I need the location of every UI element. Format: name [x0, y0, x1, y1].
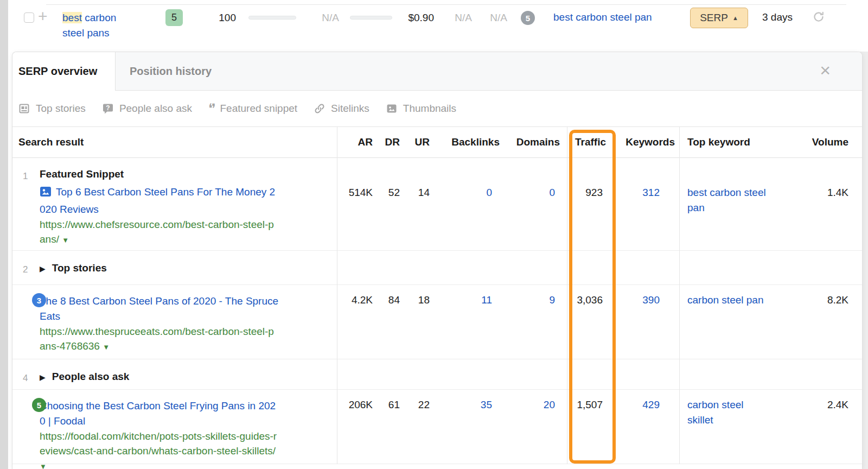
result-url[interactable]: https://www.chefsresource.com/best-carbo… — [40, 219, 274, 245]
col-domains: Domains — [500, 136, 561, 148]
keyword-row: + best carbon steel pans 5 100 N/A $0.90… — [8, 0, 868, 49]
thumbnails-icon — [386, 103, 398, 115]
backlinks-link[interactable]: 0 — [486, 187, 492, 198]
col-backlinks: Backlinks — [432, 136, 500, 148]
col-top-keyword: Top keyword — [679, 136, 802, 148]
domains-link[interactable]: 20 — [544, 399, 555, 410]
left-gutter — [0, 0, 8, 469]
serp-overview-panel: SERP overview Position history × Top sto… — [12, 52, 863, 469]
result-title: Choosing the Best Carbon Steel Frying Pa… — [40, 398, 279, 429]
result-url-line: https://www.chefsresource.com/best-carbo… — [40, 217, 279, 248]
keyword-checkbox[interactable] — [24, 12, 34, 23]
keywords-link[interactable]: 390 — [642, 294, 660, 306]
traffic-value: 923 — [561, 158, 607, 250]
volume-value: 1.4K — [802, 158, 848, 250]
col-ur: UR — [402, 136, 432, 148]
col-dr: DR — [375, 136, 402, 148]
traffic-value: 1,507 — [561, 390, 607, 469]
volume-bar — [248, 16, 296, 20]
result-position: 1 — [23, 169, 28, 183]
serp-features-legend: Top stories ? People also ask ❛❜ Feature… — [12, 91, 862, 127]
serp-button[interactable]: SERP▲ — [690, 8, 748, 28]
volume-value: 100 — [198, 12, 236, 24]
feature-top-stories[interactable]: Top stories — [18, 103, 86, 115]
table-row-group[interactable]: 2 ▶Top stories — [12, 251, 862, 285]
top-keyword-link[interactable]: best carbon steel pan — [553, 11, 652, 23]
keywords-link[interactable]: 312 — [642, 187, 660, 198]
result-url[interactable]: https://www.thespruceeats.com/best-carbo… — [40, 326, 274, 352]
table-header-row: Search result AR DR UR Backlinks Domains… — [12, 127, 862, 158]
col-traffic: Traffic — [561, 136, 607, 148]
refresh-icon[interactable] — [812, 10, 825, 26]
tab-serp-overview[interactable]: SERP overview — [12, 52, 116, 91]
result-position: 4 — [23, 371, 28, 385]
feature-featured-snippet[interactable]: ❛❜ Featured snippet — [208, 103, 297, 115]
result-title-link[interactable]: Choosing the Best Carbon Steel Frying Pa… — [40, 400, 276, 427]
rr-value: N/A — [472, 12, 507, 24]
volume-value: 2.4K — [802, 390, 848, 469]
serp-feature-label: Featured Snippet — [40, 167, 279, 181]
domains-link[interactable]: 9 — [549, 294, 555, 306]
url-dropdown-caret[interactable]: ▼ — [103, 343, 110, 351]
serp-table: Search result AR DR UR Backlinks Domains… — [12, 127, 862, 464]
url-dropdown-caret[interactable]: ▼ — [40, 462, 47, 469]
keywords-link[interactable]: 429 — [642, 399, 660, 410]
position-badge: 3 — [32, 293, 46, 307]
clicks-bar — [350, 16, 392, 20]
backlinks-link[interactable]: 11 — [481, 294, 492, 306]
result-title: The 8 Best Carbon Steel Pans of 2020 - T… — [40, 294, 279, 324]
ar-value: 4.2K — [337, 285, 375, 359]
col-volume: Volume — [802, 136, 848, 148]
result-position: 2 — [23, 262, 28, 277]
top-stories-icon — [18, 103, 30, 115]
group-label: People also ask — [52, 371, 130, 382]
ur-value: 14 — [402, 158, 432, 250]
backlinks-link[interactable]: 35 — [481, 399, 492, 410]
top-keyword-link[interactable]: carbon steel skillet — [687, 397, 772, 428]
table-row: 1 Featured Snippet Top 6 Best Carbon Ste… — [12, 158, 862, 251]
col-keywords: Keywords — [607, 136, 679, 148]
top-keyword-link[interactable]: carbon steel pan — [687, 293, 772, 308]
group-label: Top stories — [52, 262, 107, 274]
kd-badge: 5 — [165, 9, 183, 26]
dr-value: 52 — [375, 158, 402, 250]
keyword-highlight: best — [62, 12, 82, 23]
result-url[interactable]: https://foodal.com/kitchen/pots-pots-ski… — [40, 430, 277, 457]
ur-value: 22 — [402, 390, 432, 469]
cps-value: N/A — [437, 12, 472, 24]
position-badge: 5 — [32, 398, 46, 412]
table-row-group[interactable]: 4 ▶People also ask — [12, 359, 862, 390]
result-title-link[interactable]: The 8 Best Carbon Steel Pans of 2020 - T… — [40, 295, 278, 322]
tab-position-history[interactable]: Position history — [130, 52, 212, 91]
close-icon[interactable]: × — [820, 56, 831, 84]
ur-value: 18 — [402, 285, 432, 359]
clicks-value: N/A — [304, 12, 339, 24]
keyword-link[interactable]: best carbon steel pans — [62, 10, 126, 41]
result-title: Top 6 Best Carbon Steel Pans For The Mon… — [40, 185, 279, 217]
feature-people-also-ask[interactable]: ? People also ask — [102, 103, 192, 115]
serp-features-badge[interactable]: 5 — [521, 11, 535, 25]
result-url-line: https://www.thespruceeats.com/best-carbo… — [40, 324, 279, 354]
ar-value: 514K — [337, 158, 375, 250]
table-row: 5 Choosing the Best Carbon Steel Frying … — [12, 390, 862, 464]
feature-sitelinks[interactable]: Sitelinks — [314, 103, 369, 115]
ar-value: 206K — [337, 390, 375, 469]
caret-up-icon: ▲ — [732, 15, 738, 21]
updated-value: 3 days — [762, 11, 793, 23]
serp-overview-screen: + best carbon steel pans 5 100 N/A $0.90… — [0, 0, 868, 469]
result-url-line: https://foodal.com/kitchen/pots-pots-ski… — [40, 429, 279, 469]
dr-value: 84 — [375, 285, 402, 359]
feature-thumbnails[interactable]: Thumbnails — [386, 103, 456, 115]
domains-link[interactable]: 0 — [549, 187, 555, 198]
top-keyword-link[interactable]: best carbon steel pan — [687, 185, 772, 216]
svg-text:?: ? — [106, 104, 110, 112]
expand-caret-icon[interactable]: ▶ — [40, 264, 46, 273]
people-also-ask-icon: ? — [102, 103, 114, 115]
result-title-link[interactable]: Top 6 Best Carbon Steel Pans For The Mon… — [40, 186, 275, 215]
expand-caret-icon[interactable]: ▶ — [40, 373, 46, 382]
col-ar: AR — [337, 136, 375, 148]
volume-value: 8.2K — [802, 285, 848, 359]
url-dropdown-caret[interactable]: ▼ — [62, 236, 69, 244]
sitelinks-icon — [314, 103, 326, 115]
add-keyword-icon[interactable]: + — [38, 8, 48, 24]
